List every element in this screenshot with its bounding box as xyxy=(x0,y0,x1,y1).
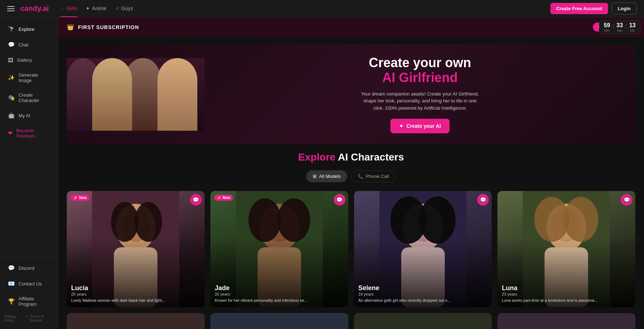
create-ai-icon: ✦ xyxy=(399,123,403,129)
filter-phone-call[interactable]: 📞 Phone Call xyxy=(351,170,396,182)
sidebar-item-gallery[interactable]: 🖼 Gallery xyxy=(2,53,56,68)
sidebar-item-generate-image[interactable]: ✨ Generate Image xyxy=(2,68,56,88)
svg-point-23 xyxy=(563,197,598,242)
selene-desc: An alternative goth girl who recently dr… xyxy=(358,298,488,303)
promo-banner[interactable]: 👑 FIRST SUBSCRIPTION Up to 70% Off xyxy=(58,17,644,37)
svg-point-17 xyxy=(419,196,455,244)
countdown-minutes: 59 Min xyxy=(604,22,610,32)
phone-call-icon: 📞 xyxy=(358,174,364,179)
sidebar-item-affiliate[interactable]: 🏆 Affiliate Program xyxy=(2,292,56,311)
bottom-card-1[interactable] xyxy=(67,313,205,329)
selene-name: Selene xyxy=(358,284,488,292)
hero-text: Create your own AI Girlfriend Your dream… xyxy=(205,44,635,144)
sidebar-my-ai-label: My AI xyxy=(19,113,30,118)
chat-icon: 💬 xyxy=(8,41,15,48)
all-models-icon: ⊞ xyxy=(313,174,317,179)
jade-desc: Known for her vibrant personality and in… xyxy=(215,298,344,303)
create-ai-label: Create your AI xyxy=(406,123,441,129)
crown-icon: 👑 xyxy=(67,24,74,31)
privacy-policy-link[interactable]: Privacy Policy xyxy=(4,314,24,322)
sidebar-top: 🔭 Explore 💬 Chat 🖼 Gallery ✨ Generate Im… xyxy=(0,21,58,257)
luna-info: Luna 23 years Luna works part-time at a … xyxy=(497,280,635,307)
tab-guys-label: Guys xyxy=(121,5,133,11)
all-models-label: All Models xyxy=(319,174,341,179)
hero-figure-4 xyxy=(157,58,197,131)
app-body: 🔭 Explore 💬 Chat 🖼 Gallery ✨ Generate Im… xyxy=(0,17,644,329)
luna-age: 23 years xyxy=(502,292,631,296)
tab-guys[interactable]: ♂ Guys xyxy=(115,0,133,17)
char-card-selene[interactable]: 💬 Selene 19 years An alternative goth gi… xyxy=(354,191,492,307)
selene-info: Selene 19 years An alternative goth girl… xyxy=(354,280,492,307)
phone-call-label: Phone Call xyxy=(366,174,389,179)
sidebar-item-chat[interactable]: 💬 Chat xyxy=(2,37,56,52)
hero-title-white: Create your own xyxy=(369,55,471,70)
seconds-label: Sec xyxy=(617,29,623,32)
logo[interactable]: candy.ai xyxy=(20,4,49,13)
sidebar-item-my-ai[interactable]: 🤖 My AI xyxy=(2,108,56,123)
affiliate-icon: 🏆 xyxy=(8,298,15,305)
explore-title: Explore AI Characters xyxy=(67,151,635,163)
main-content: 👑 FIRST SUBSCRIPTION Up to 70% Off Creat… xyxy=(58,17,644,329)
tab-anime-label: Anime xyxy=(92,5,107,11)
create-free-account-button[interactable]: Create Free Account xyxy=(550,3,608,14)
main-nav: ♀ Girls ✦ Anime ♂ Guys xyxy=(61,0,133,17)
hero-images xyxy=(67,58,205,131)
jade-badge-label: New xyxy=(223,196,230,200)
char-card-luna[interactable]: 💬 Luna 23 years Luna works part-time at … xyxy=(497,191,635,307)
jade-chat-button[interactable]: 💬 xyxy=(334,194,345,206)
countdown-seconds: 33 Sec xyxy=(616,22,623,32)
footer-dot: • xyxy=(26,314,28,322)
hamburger-menu[interactable] xyxy=(7,6,15,11)
bottom-card-4[interactable] xyxy=(497,313,635,329)
svg-point-5 xyxy=(135,202,162,242)
char-card-jade[interactable]: ⚡ New 💬 Jade 26 years Known for her vibr… xyxy=(210,191,348,307)
seconds-value: 33 xyxy=(616,22,623,29)
sidebar-contact-label: Contact Us xyxy=(19,281,42,287)
bottom-card-2[interactable] xyxy=(210,313,348,329)
hero-title-pink: AI Girlfriend xyxy=(382,70,458,85)
gallery-icon: 🖼 xyxy=(8,57,13,63)
sidebar-discord-label: Discord xyxy=(19,265,34,271)
sidebar-explore-label: Explore xyxy=(19,27,34,32)
terms-link[interactable]: Terms of Service xyxy=(30,314,53,322)
sidebar-item-become-premium[interactable]: ❤ Become Premium xyxy=(2,123,56,143)
filter-all-models[interactable]: ⊞ All Models xyxy=(306,170,347,182)
countdown-timer: 59 Min : 33 Sec : 13 Ms xyxy=(599,20,640,34)
jade-badge-icon: ⚡ xyxy=(217,196,221,200)
tab-girls[interactable]: ♀ Girls xyxy=(61,0,77,17)
lucia-desc: Lively Maltese woman with dark black hai… xyxy=(71,298,200,303)
hero-figure-2 xyxy=(92,58,132,131)
explore-title-rest: AI Characters xyxy=(338,151,404,163)
sidebar-create-char-label: Create Character xyxy=(19,92,50,103)
svg-point-4 xyxy=(111,202,139,242)
minutes-value: 59 xyxy=(604,22,610,29)
sidebar-premium-label: Become Premium xyxy=(16,128,50,139)
hero-title: Create your own AI Girlfriend xyxy=(219,55,621,85)
sidebar-gallery-label: Gallery xyxy=(17,57,32,63)
header-right: Create Free Account Login xyxy=(550,3,637,15)
char-card-lucia[interactable]: ⚡ New 💬 Lucia 25 years Lively Maltese wo… xyxy=(67,191,205,307)
sidebar-item-contact-us[interactable]: 📧 Contact Us xyxy=(2,276,56,291)
filter-tabs: ⊞ All Models 📞 Phone Call xyxy=(67,170,635,182)
create-ai-button[interactable]: ✦ Create your AI xyxy=(390,119,450,133)
explore-title-pink: Explore xyxy=(298,151,336,163)
logo-ai: ai xyxy=(43,4,49,12)
sidebar-item-discord[interactable]: 💬 Discord xyxy=(2,260,56,276)
sidebar-item-explore[interactable]: 🔭 Explore xyxy=(2,21,56,37)
sidebar-chat-label: Chat xyxy=(19,42,28,48)
footer-links: Privacy Policy • Terms of Service xyxy=(0,312,58,325)
sep-2: : xyxy=(625,22,627,29)
lucia-badge-label: New xyxy=(79,196,87,200)
ms-label: Ms xyxy=(630,29,635,32)
sidebar-bottom: 💬 Discord 📧 Contact Us 🏆 Affiliate Progr… xyxy=(0,257,58,325)
bottom-card-3[interactable] xyxy=(354,313,492,329)
sidebar-item-create-character[interactable]: 🎭 Create Character xyxy=(2,88,56,107)
login-button[interactable]: Login xyxy=(612,3,637,15)
promo-left: 👑 FIRST SUBSCRIPTION xyxy=(67,24,139,31)
explore-section: Explore AI Characters ⊞ All Models 📞 Pho… xyxy=(58,151,644,329)
tab-anime[interactable]: ✦ Anime xyxy=(86,0,107,17)
lucia-chat-button[interactable]: 💬 xyxy=(190,194,202,206)
jade-age: 26 years xyxy=(215,292,344,296)
explore-icon: 🔭 xyxy=(8,26,15,32)
selene-age: 19 years xyxy=(358,292,488,296)
